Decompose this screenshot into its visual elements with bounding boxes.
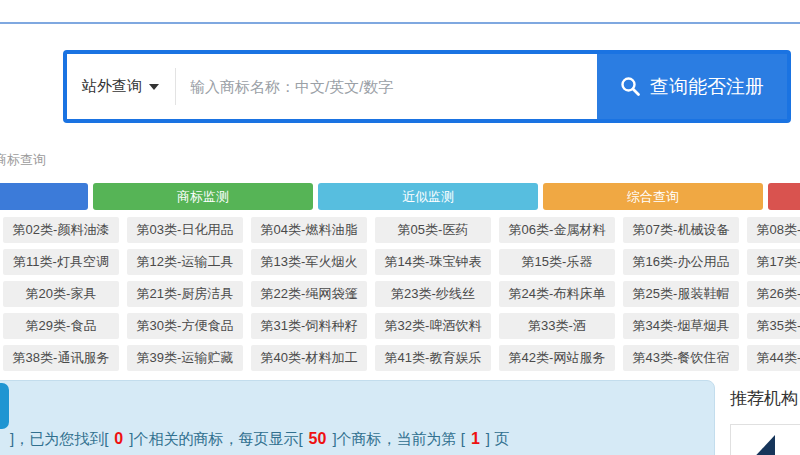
search-button-label: 查询能否注册 <box>650 74 764 100</box>
category-row: 第38类-通讯服务第39类-运输贮藏第40类-材料加工第41类-教育娱乐第42类… <box>3 345 800 371</box>
scope-dropdown[interactable]: 站外查询 <box>67 54 175 119</box>
result-tail: ] 页 <box>486 430 509 447</box>
current-page: 1 <box>471 430 480 447</box>
tab-1[interactable]: 商标监测 <box>93 183 313 210</box>
category-item[interactable]: 第07类-机械设备 <box>623 217 739 243</box>
category-row: 第11类-灯具空调第12类-运输工具第13类-军火烟火第14类-珠宝钟表第15类… <box>3 249 800 275</box>
agency-logo-icon <box>743 433 800 455</box>
category-item[interactable]: 第40类-材料加工 <box>251 345 367 371</box>
category-row: 第20类-家具第21类-厨房洁具第22类-绳网袋篷第23类-纱线丝第24类-布料… <box>3 281 800 307</box>
category-item[interactable]: 第42类-网站服务 <box>499 345 615 371</box>
category-item[interactable]: 第04类-燃料油脂 <box>251 217 367 243</box>
category-item[interactable]: 第29类-食品 <box>3 313 119 339</box>
category-item[interactable]: 第32类-啤酒饮料 <box>375 313 491 339</box>
category-item[interactable]: 第12类-运输工具 <box>127 249 243 275</box>
search-button[interactable]: 查询能否注册 <box>597 54 787 119</box>
result-summary: ]，已为您找到[0]个相关的商标，每页显示[50]个商标，当前为第 [1] 页 <box>10 430 509 449</box>
category-item[interactable]: 第11类-灯具空调 <box>3 249 119 275</box>
category-item[interactable]: 第06类-金属材料 <box>499 217 615 243</box>
search-icon <box>620 76 641 97</box>
category-item[interactable]: 第30类-方便食品 <box>127 313 243 339</box>
category-item[interactable]: 第43类-餐饮住宿 <box>623 345 739 371</box>
category-item[interactable]: 第41类-教育娱乐 <box>375 345 491 371</box>
category-item[interactable]: 第20类-家具 <box>3 281 119 307</box>
category-grid: 第02类-颜料油漆第03类-日化用品第04类-燃料油脂第05类-医药第06类-金… <box>3 217 800 377</box>
category-item[interactable]: 第25类-服装鞋帽 <box>623 281 739 307</box>
category-item[interactable]: 第44类-医疗园艺 <box>747 345 800 371</box>
category-item[interactable]: 第39类-运输贮藏 <box>127 345 243 371</box>
category-item[interactable]: 第15类-乐器 <box>499 249 615 275</box>
search-input[interactable] <box>176 54 597 119</box>
tab-2[interactable]: 近似监测 <box>318 183 538 210</box>
category-item[interactable]: 第34类-烟草烟具 <box>623 313 739 339</box>
scope-dropdown-label: 站外查询 <box>82 77 142 96</box>
tab-0[interactable] <box>0 183 88 210</box>
category-item[interactable]: 第14类-珠宝钟表 <box>375 249 491 275</box>
category-item[interactable]: 第05类-医药 <box>375 217 491 243</box>
per-page-count: 50 <box>309 430 327 447</box>
tab-3[interactable]: 综合查询 <box>543 183 763 210</box>
category-item[interactable]: 第31类-饲料种籽 <box>251 313 367 339</box>
category-item[interactable]: 第33类-酒 <box>499 313 615 339</box>
category-item[interactable]: 第35类-广告销售 <box>747 313 800 339</box>
recommend-title: 推荐机构 <box>730 387 798 410</box>
category-item[interactable]: 第22类-绳网袋篷 <box>251 281 367 307</box>
chevron-down-icon <box>149 84 159 90</box>
category-item[interactable]: 第38类-通讯服务 <box>3 345 119 371</box>
category-item[interactable]: 第13类-军火烟火 <box>251 249 367 275</box>
tab-bar: 商标监测近似监测综合查询 <box>0 183 800 210</box>
category-item[interactable]: 第23类-纱线丝 <box>375 281 491 307</box>
found-count: 0 <box>114 430 123 447</box>
result-lead: ]，已为您找到[ <box>10 430 108 447</box>
tab-4[interactable] <box>768 183 800 210</box>
breadcrumb: 商标查询 <box>0 151 46 169</box>
category-item[interactable]: 第21类-厨房洁具 <box>127 281 243 307</box>
category-item[interactable]: 第16类-办公用品 <box>623 249 739 275</box>
search-bar: 站外查询 查询能否注册 <box>63 50 791 123</box>
result-after-per-page: ]个商标，当前为第 [ <box>332 430 465 447</box>
category-item[interactable]: 第08类-手工器械 <box>747 217 800 243</box>
category-row: 第29类-食品第30类-方便食品第31类-饲料种籽第32类-啤酒饮料第33类-酒… <box>3 313 800 339</box>
page: 站外查询 查询能否注册 商标查询 商标监测近似监测综合查询 第02类-颜料油漆第… <box>0 0 800 455</box>
category-item[interactable]: 第02类-颜料油漆 <box>3 217 119 243</box>
category-row: 第02类-颜料油漆第03类-日化用品第04类-燃料油脂第05类-医药第06类-金… <box>3 217 800 243</box>
category-item[interactable]: 第03类-日化用品 <box>127 217 243 243</box>
category-item[interactable]: 第24类-布料床单 <box>499 281 615 307</box>
panel-accent-bar <box>0 383 9 429</box>
category-item[interactable]: 第17类-橡胶制品 <box>747 249 800 275</box>
result-after-found: ]个相关的商标，每页显示[ <box>129 430 302 447</box>
category-item[interactable]: 第26类-钮扣拉链 <box>747 281 800 307</box>
recommend-agency-card[interactable] <box>730 424 800 455</box>
top-divider <box>0 22 800 24</box>
